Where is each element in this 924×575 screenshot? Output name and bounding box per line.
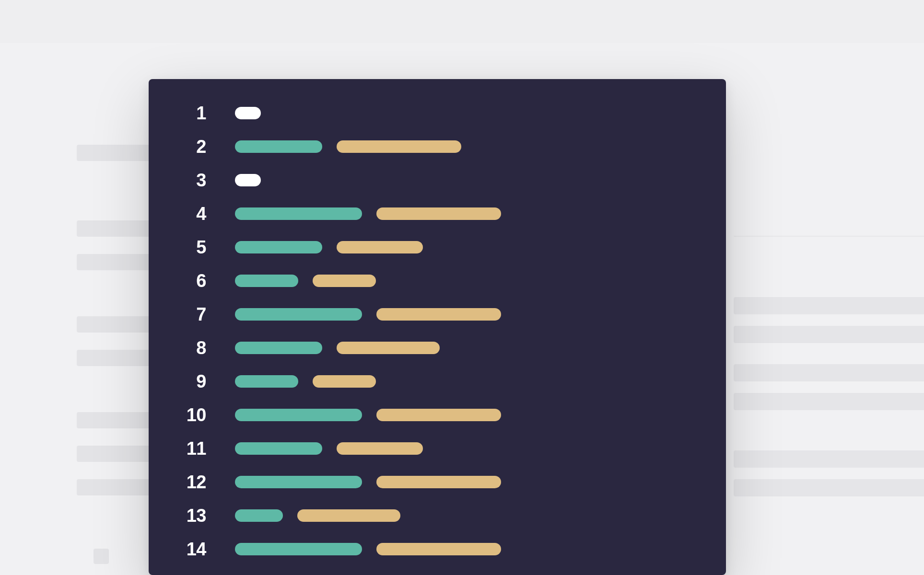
sidebar-item[interactable] xyxy=(77,350,156,366)
page-root: 1234567891011121314 xyxy=(0,0,924,575)
line-number: 12 xyxy=(149,465,206,499)
code-line[interactable] xyxy=(235,532,707,566)
code-token xyxy=(235,207,362,220)
line-number: 10 xyxy=(149,398,206,432)
code-token xyxy=(376,476,501,488)
code-token xyxy=(235,543,362,555)
code-token xyxy=(235,241,322,253)
code-line[interactable] xyxy=(235,264,707,298)
code-token xyxy=(235,308,362,321)
code-token xyxy=(376,308,501,321)
code-token xyxy=(337,342,440,354)
code-token xyxy=(376,543,501,555)
line-number: 7 xyxy=(149,298,206,331)
code-token xyxy=(313,275,376,287)
code-token xyxy=(235,509,283,522)
line-number: 6 xyxy=(149,264,206,298)
code-line[interactable] xyxy=(235,197,707,230)
sidebar-item[interactable] xyxy=(77,446,156,462)
code-line[interactable] xyxy=(235,163,707,197)
content-divider xyxy=(734,236,924,237)
sidebar-item[interactable] xyxy=(77,479,156,495)
line-number: 14 xyxy=(149,532,206,566)
line-number: 3 xyxy=(149,163,206,197)
line-number: 11 xyxy=(149,432,206,465)
code-line[interactable] xyxy=(235,465,707,499)
code-token xyxy=(337,442,423,455)
sidebar-item[interactable] xyxy=(77,412,156,428)
code-token xyxy=(235,275,298,287)
code-token xyxy=(235,409,362,421)
code-token xyxy=(337,140,461,153)
code-token xyxy=(297,509,400,522)
code-editor[interactable]: 1234567891011121314 xyxy=(149,79,726,575)
code-line[interactable] xyxy=(235,331,707,365)
content-row xyxy=(734,364,924,381)
code-token xyxy=(235,442,322,455)
code-line[interactable] xyxy=(235,398,707,432)
code-line[interactable] xyxy=(235,432,707,465)
code-area[interactable] xyxy=(235,79,707,575)
content-row xyxy=(734,393,924,410)
code-token xyxy=(235,174,261,186)
code-token xyxy=(235,342,322,354)
code-line[interactable] xyxy=(235,130,707,163)
content-row xyxy=(734,450,924,468)
line-number: 13 xyxy=(149,499,206,532)
line-number: 4 xyxy=(149,197,206,230)
gutter: 1234567891011121314 xyxy=(149,79,206,575)
content-row xyxy=(734,479,924,496)
line-number: 5 xyxy=(149,230,206,264)
code-token xyxy=(235,375,298,388)
code-token xyxy=(235,107,261,119)
line-number: 2 xyxy=(149,130,206,163)
code-line[interactable] xyxy=(235,298,707,331)
sidebar-glyph xyxy=(94,549,109,564)
code-token xyxy=(235,140,322,153)
line-number: 8 xyxy=(149,331,206,365)
sidebar-item[interactable] xyxy=(77,254,156,270)
code-token xyxy=(235,476,362,488)
content-row xyxy=(734,326,924,343)
sidebar-item[interactable] xyxy=(77,220,156,237)
code-token xyxy=(376,409,501,421)
code-token xyxy=(376,207,501,220)
sidebar-item[interactable] xyxy=(77,145,156,161)
line-number: 9 xyxy=(149,365,206,398)
top-bar xyxy=(0,0,924,43)
code-token xyxy=(337,241,423,253)
code-line[interactable] xyxy=(235,365,707,398)
line-number: 1 xyxy=(149,96,206,130)
code-token xyxy=(313,375,376,388)
sidebar-item[interactable] xyxy=(77,316,156,333)
code-line[interactable] xyxy=(235,96,707,130)
code-line[interactable] xyxy=(235,230,707,264)
content-row xyxy=(734,297,924,314)
code-line[interactable] xyxy=(235,499,707,532)
